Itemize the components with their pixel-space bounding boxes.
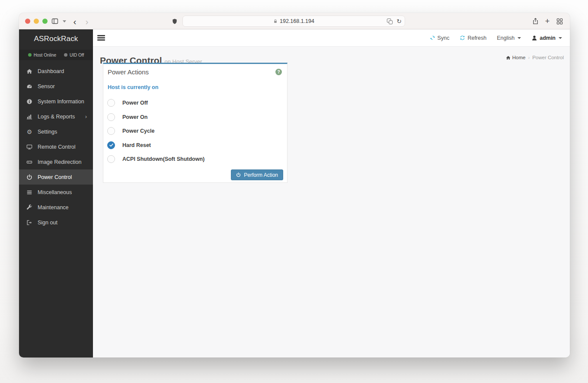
minimize-window-button[interactable] [34, 19, 39, 24]
breadcrumb-separator: › [528, 55, 530, 60]
sidebar-item-sensor[interactable]: Sensor [19, 79, 93, 94]
radio-button[interactable] [107, 113, 115, 121]
uid-off-dot-icon [64, 53, 67, 57]
sync-icon [430, 35, 435, 41]
sidebar-item-logs-reports[interactable]: Logs & Reports › [19, 109, 93, 124]
drive-icon [26, 159, 33, 165]
sidebar-item-miscellaneous[interactable]: Miscellaneous [19, 185, 93, 200]
address-bar[interactable]: 192.168.1.194 ↻ [182, 16, 405, 27]
browser-toolbar: ‹ › 192.168.1.194 ↻ + [19, 13, 570, 29]
perform-action-button[interactable]: Perform Action [231, 169, 283, 180]
radio-button[interactable] [107, 99, 115, 107]
card-title: Power Actions [108, 68, 149, 76]
refresh-icon [460, 35, 465, 41]
sidebar: ASRockRack Host Online UID Off Dashboard [19, 29, 93, 357]
sidebar-item-sign-out[interactable]: Sign out [19, 215, 93, 230]
radio-hard-reset[interactable]: Hard Reset [103, 138, 287, 153]
close-window-button[interactable] [25, 19, 30, 24]
host-status-bar: Host Online UID Off [19, 50, 93, 60]
power-options-list: Power Off Power On Power Cycle [103, 96, 287, 166]
host-online-status: Host Online [28, 53, 56, 57]
radio-power-cycle[interactable]: Power Cycle [103, 124, 287, 138]
caret-down-icon [559, 37, 562, 39]
uid-status: UID Off [64, 53, 84, 57]
hamburger-menu-icon[interactable] [97, 34, 105, 42]
back-button[interactable]: ‹ [72, 13, 78, 29]
sync-button[interactable]: Sync [430, 35, 450, 41]
power-icon [236, 172, 241, 177]
lock-icon [273, 19, 278, 24]
top-bar: Sync Refresh English admin [93, 29, 570, 47]
refresh-button[interactable]: Refresh [460, 35, 486, 41]
radio-acpi-shutdown[interactable]: ACPI Shutdown(Soft Shutdown) [103, 152, 287, 166]
forward-button[interactable]: › [84, 13, 90, 29]
check-icon [109, 143, 114, 147]
radio-power-on[interactable]: Power On [103, 110, 287, 124]
chevron-down-icon[interactable] [62, 13, 67, 29]
breadcrumb-home-link[interactable]: Home [506, 55, 526, 60]
power-actions-card: Power Actions ? Host is currently on Pow… [103, 63, 288, 183]
sidebar-item-system-information[interactable]: System Information [19, 94, 93, 109]
gear-icon: ⚙ [26, 129, 33, 135]
reload-icon[interactable]: ↻ [396, 18, 402, 25]
host-online-dot-icon [28, 53, 32, 57]
sidebar-item-settings[interactable]: ⚙ Settings [19, 124, 93, 139]
privacy-shield-icon[interactable] [171, 13, 178, 29]
browser-window: ‹ › 192.168.1.194 ↻ + ASRockRack [19, 13, 570, 357]
radio-power-off[interactable]: Power Off [103, 96, 287, 110]
home-icon [506, 55, 511, 60]
radio-button-checked[interactable] [107, 141, 115, 149]
main-content: Sync Refresh English admin [93, 29, 570, 357]
radio-button[interactable] [107, 127, 115, 135]
radio-button[interactable] [107, 155, 115, 163]
host-power-status-text: Host is currently on [108, 84, 287, 90]
caret-down-icon [518, 37, 521, 39]
list-icon [26, 189, 33, 195]
zoom-window-button[interactable] [42, 19, 48, 24]
sidebar-item-maintenance[interactable]: Maintenance [19, 200, 93, 215]
power-icon [26, 174, 33, 180]
share-icon[interactable] [532, 13, 539, 29]
language-dropdown[interactable]: English [497, 35, 521, 41]
bar-chart-icon [26, 114, 33, 120]
sign-out-icon [26, 220, 33, 226]
sidebar-item-remote-control[interactable]: Remote Control [19, 139, 93, 154]
user-icon [531, 35, 537, 41]
tab-overview-icon[interactable] [556, 13, 563, 29]
wrench-icon [26, 204, 33, 211]
user-menu[interactable]: admin [531, 35, 562, 41]
sidebar-nav: Dashboard Sensor System Information Logs… [19, 64, 93, 230]
sidebar-item-dashboard[interactable]: Dashboard [19, 64, 93, 79]
sidebar-item-image-redirection[interactable]: Image Redirection [19, 154, 93, 169]
gauge-icon [26, 83, 33, 89]
submenu-chevron-icon: › [85, 113, 87, 120]
new-tab-icon[interactable]: + [544, 13, 551, 29]
home-icon [26, 68, 33, 74]
info-icon [26, 99, 33, 105]
breadcrumb: Home › Power Control [506, 55, 564, 60]
sidebar-toggle-icon[interactable] [51, 13, 59, 29]
help-icon[interactable]: ? [275, 69, 282, 75]
sidebar-item-power-control[interactable]: Power Control [19, 169, 93, 185]
translate-icon[interactable] [387, 18, 393, 25]
brand-title: ASRockRack [19, 29, 93, 48]
monitor-icon [26, 144, 33, 150]
breadcrumb-current: Power Control [532, 55, 564, 60]
url-text: 192.168.1.194 [280, 18, 314, 24]
